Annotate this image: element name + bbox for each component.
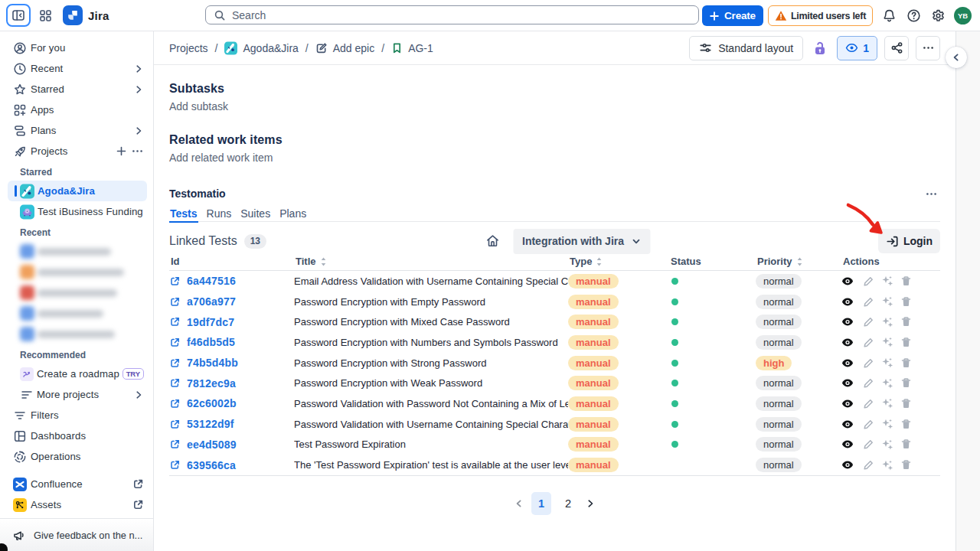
delete-test-button[interactable] <box>900 398 912 409</box>
test-id[interactable]: 74b5d4bb <box>187 357 238 369</box>
sidebar-item-for-you[interactable]: For you <box>8 37 147 58</box>
breadcrumb-issue-key[interactable]: AG-1 <box>391 42 433 54</box>
edit-test-button[interactable] <box>863 377 874 389</box>
sidebar-item-filters[interactable]: Filters <box>8 405 147 425</box>
breadcrumb-projects[interactable]: Projects <box>169 42 208 54</box>
sidebar-item-recent[interactable]: Recent <box>8 58 147 79</box>
sidebar-item-redacted[interactable] <box>8 303 147 324</box>
testomatio-more-button[interactable] <box>922 186 940 201</box>
test-id[interactable]: 19df7dc7 <box>187 316 234 328</box>
ai-action-button[interactable] <box>881 336 893 348</box>
test-id-link[interactable]: 7812ec9a <box>169 373 294 393</box>
search-input[interactable]: Search <box>205 5 699 24</box>
view-test-button[interactable] <box>841 337 854 347</box>
sidebar-item-more-projects[interactable]: More projects <box>8 384 147 405</box>
edit-test-button[interactable] <box>863 337 874 348</box>
header-more-button[interactable] <box>916 36 940 60</box>
sort-icon[interactable] <box>320 256 327 267</box>
sidebar-item-test-ibusiness-funding[interactable]: Test iBusiness Funding <box>8 201 147 222</box>
view-test-button[interactable] <box>841 276 854 286</box>
limited-users-button[interactable]: Limited users left <box>768 5 873 26</box>
test-id[interactable]: ee4d5089 <box>187 439 237 451</box>
sidebar-item-redacted[interactable] <box>8 324 147 344</box>
login-button[interactable]: Login <box>878 229 940 253</box>
sidebar-item-operations[interactable]: Operations <box>8 446 147 467</box>
more-icon[interactable] <box>131 145 144 158</box>
sort-icon[interactable] <box>596 256 603 267</box>
ai-action-button[interactable] <box>881 275 893 287</box>
delete-test-button[interactable] <box>900 337 912 348</box>
delete-test-button[interactable] <box>900 316 912 328</box>
ai-action-button[interactable] <box>881 377 893 390</box>
tab-runs[interactable]: Runs <box>206 201 233 221</box>
ai-action-button[interactable] <box>881 397 893 409</box>
test-id-link[interactable]: 53122d9f <box>169 414 294 435</box>
test-id[interactable]: 639566ca <box>187 459 236 471</box>
notifications-button[interactable] <box>879 6 899 26</box>
expand-panel-button[interactable] <box>946 47 967 68</box>
sidebar-item-agoda-jira[interactable]: Agoda&Jira <box>8 181 147 201</box>
sidebar-item-starred[interactable]: Starred <box>8 79 147 99</box>
test-id-link[interactable]: 6a447516 <box>169 271 294 292</box>
create-button[interactable]: Create <box>702 5 763 26</box>
sidebar-item-redacted[interactable] <box>8 241 147 262</box>
test-id-link[interactable]: f46db5d5 <box>169 332 294 353</box>
layout-button[interactable]: Standard layout <box>689 36 803 60</box>
tab-plans[interactable]: Plans <box>279 201 307 221</box>
view-test-button[interactable] <box>841 378 854 388</box>
edit-test-button[interactable] <box>863 398 874 409</box>
help-button[interactable] <box>903 6 923 26</box>
ai-action-button[interactable] <box>881 316 893 328</box>
view-test-button[interactable] <box>841 297 854 307</box>
edit-test-button[interactable] <box>863 419 874 430</box>
test-id-link[interactable]: 74b5d4bb <box>169 353 294 373</box>
share-button[interactable] <box>884 36 909 60</box>
ai-action-button[interactable] <box>881 418 893 430</box>
sidebar-toggle-button[interactable] <box>6 4 31 27</box>
pagination-page-1[interactable]: 1 <box>531 492 551 515</box>
test-id[interactable]: 62c6002b <box>187 397 237 409</box>
add-subtask-button[interactable]: Add subtask <box>169 100 940 113</box>
view-test-button[interactable] <box>841 399 854 409</box>
settings-button[interactable] <box>928 6 948 26</box>
watchers-button[interactable]: 1 <box>837 36 877 60</box>
edit-test-button[interactable] <box>863 439 874 450</box>
ai-action-button[interactable] <box>881 459 893 471</box>
test-id[interactable]: 7812ec9a <box>187 377 236 390</box>
delete-test-button[interactable] <box>900 357 912 369</box>
edit-test-button[interactable] <box>863 459 874 471</box>
delete-test-button[interactable] <box>900 439 912 450</box>
sidebar-item-create-a-roadmap[interactable]: Create a roadmapTRY <box>8 364 147 384</box>
view-test-button[interactable] <box>841 419 854 429</box>
column-header-type[interactable]: Type <box>568 256 669 270</box>
sidebar-item-dashboards[interactable]: Dashboards <box>8 425 147 446</box>
edit-test-button[interactable] <box>863 276 874 287</box>
delete-test-button[interactable] <box>900 276 912 287</box>
test-id[interactable]: 6a447516 <box>187 275 236 287</box>
edit-test-button[interactable] <box>863 357 874 369</box>
avatar[interactable]: YB <box>954 7 972 24</box>
sidebar-item-assets[interactable]: Assets <box>8 494 147 515</box>
view-test-button[interactable] <box>841 317 854 327</box>
add-related-item-button[interactable]: Add related work item <box>169 152 940 165</box>
test-id[interactable]: a706a977 <box>187 295 236 308</box>
pagination-prev-button[interactable] <box>514 498 524 509</box>
breadcrumb-add-epic[interactable]: Add epic <box>315 42 374 54</box>
column-header-title[interactable]: Title <box>294 256 568 270</box>
test-id[interactable]: f46db5d5 <box>187 336 235 348</box>
plus-icon[interactable] <box>116 145 127 157</box>
view-test-button[interactable] <box>841 439 854 449</box>
sidebar-item-redacted[interactable] <box>8 282 147 303</box>
ai-action-button[interactable] <box>881 357 893 369</box>
delete-test-button[interactable] <box>900 419 912 430</box>
view-test-button[interactable] <box>841 460 854 470</box>
delete-test-button[interactable] <box>900 296 912 308</box>
column-header-priority[interactable]: Priority <box>756 256 841 270</box>
test-id-link[interactable]: a706a977 <box>169 292 294 312</box>
delete-test-button[interactable] <box>900 377 912 389</box>
give-feedback-button[interactable]: Give feedback on the n... <box>0 518 153 551</box>
test-id[interactable]: 53122d9f <box>187 418 234 430</box>
tab-suites[interactable]: Suites <box>240 201 271 221</box>
delete-test-button[interactable] <box>900 459 912 471</box>
test-id-link[interactable]: 62c6002b <box>169 393 294 414</box>
